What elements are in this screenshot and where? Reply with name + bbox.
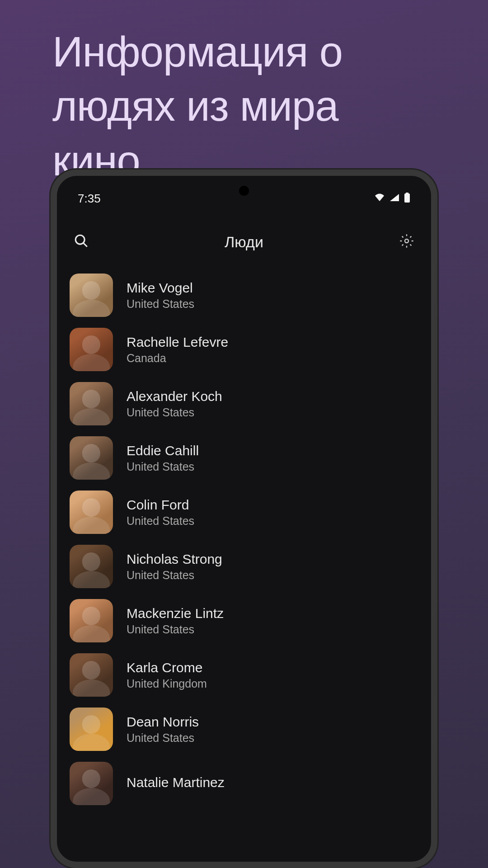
avatar: [70, 382, 113, 425]
wifi-icon: [374, 193, 385, 204]
list-item[interactable]: Karla Crome United Kingdom: [70, 648, 418, 702]
person-country: United States: [127, 623, 224, 636]
avatar: [70, 708, 113, 751]
person-country: United States: [127, 569, 222, 582]
svg-point-4: [405, 239, 408, 243]
promo-heading: Информация о людях из мира кино: [0, 0, 488, 188]
avatar: [70, 436, 113, 480]
person-name: Karla Crome: [127, 660, 207, 675]
person-info: Eddie Cahill United States: [127, 443, 199, 473]
list-item[interactable]: Rachelle Lefevre Canada: [70, 322, 418, 377]
person-name: Eddie Cahill: [127, 443, 199, 458]
signal-icon: [389, 193, 399, 204]
list-item[interactable]: Natalie Martinez: [70, 756, 418, 811]
person-info: Colin Ford United States: [127, 497, 194, 528]
avatar: [70, 491, 113, 534]
person-country: United States: [127, 297, 194, 311]
status-time: 7:35: [78, 192, 101, 206]
list-item[interactable]: Mackenzie Lintz United States: [70, 594, 418, 648]
app-header: Люди: [57, 208, 431, 268]
list-item[interactable]: Nicholas Strong United States: [70, 539, 418, 594]
phone-screen: 7:35 Люди: [57, 176, 431, 862]
person-name: Colin Ford: [127, 497, 194, 513]
person-country: United States: [127, 460, 199, 473]
list-item[interactable]: Mike Vogel United States: [70, 268, 418, 322]
avatar: [70, 274, 113, 317]
person-name: Rachelle Lefevre: [127, 335, 228, 350]
person-name: Alexander Koch: [127, 389, 222, 404]
person-country: United States: [127, 514, 194, 528]
phone-side-button: [431, 415, 434, 452]
person-name: Mackenzie Lintz: [127, 606, 224, 621]
person-info: Mackenzie Lintz United States: [127, 606, 224, 636]
search-button[interactable]: [71, 232, 91, 252]
people-list[interactable]: Mike Vogel United States Rachelle Lefevr…: [57, 268, 431, 811]
svg-point-2: [75, 235, 84, 244]
list-item[interactable]: Dean Norris United States: [70, 702, 418, 756]
svg-rect-1: [404, 193, 410, 203]
avatar: [70, 762, 113, 805]
person-country: United Kingdom: [127, 677, 207, 690]
person-info: Alexander Koch United States: [127, 389, 222, 419]
avatar: [70, 599, 113, 642]
person-name: Mike Vogel: [127, 280, 194, 296]
list-item[interactable]: Eddie Cahill United States: [70, 431, 418, 485]
person-info: Nicholas Strong United States: [127, 552, 222, 582]
phone-side-button: [431, 533, 434, 587]
person-country: United States: [127, 406, 222, 419]
person-info: Karla Crome United Kingdom: [127, 660, 207, 690]
gear-icon: [399, 234, 414, 250]
person-info: Mike Vogel United States: [127, 280, 194, 311]
person-info: Rachelle Lefevre Canada: [127, 335, 228, 365]
avatar: [70, 653, 113, 697]
svg-line-3: [83, 243, 87, 247]
list-item[interactable]: Alexander Koch United States: [70, 377, 418, 431]
phone-frame: 7:35 Люди: [51, 170, 437, 868]
avatar: [70, 545, 113, 588]
avatar: [70, 328, 113, 371]
person-info: Dean Norris United States: [127, 714, 199, 745]
list-item[interactable]: Colin Ford United States: [70, 485, 418, 539]
person-country: Canada: [127, 352, 228, 365]
person-name: Natalie Martinez: [127, 775, 225, 790]
status-icons: [374, 193, 410, 204]
person-name: Nicholas Strong: [127, 552, 222, 567]
page-title: Люди: [225, 233, 263, 251]
svg-rect-0: [406, 193, 408, 193]
settings-button[interactable]: [397, 232, 417, 252]
person-country: United States: [127, 731, 199, 745]
person-info: Natalie Martinez: [127, 775, 225, 792]
person-name: Dean Norris: [127, 714, 199, 730]
battery-icon: [404, 193, 410, 204]
phone-side-button: [431, 465, 434, 519]
camera-notch: [239, 186, 249, 196]
search-icon: [74, 233, 89, 250]
